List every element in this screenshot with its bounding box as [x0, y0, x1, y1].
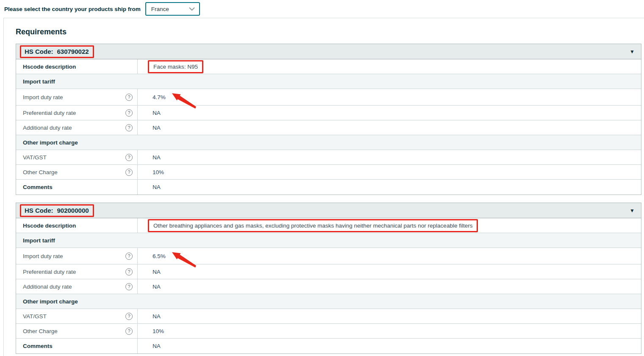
- section-header-row: Import tariff: [16, 233, 641, 248]
- row-label-cell: Hscode description: [16, 59, 138, 74]
- chevron-down-icon: [189, 7, 195, 11]
- hs-code-panel: HS Code: 902000000 ▼ Hscode description …: [16, 203, 641, 354]
- table-row: Hscode description Face masks: N95: [16, 59, 641, 74]
- country-select[interactable]: France: [145, 2, 200, 16]
- row-label: Import duty rate: [23, 94, 63, 100]
- row-value: Face masks: N95: [148, 60, 203, 73]
- hs-code-label: HS Code:: [25, 48, 53, 55]
- row-label-cell: Comments: [16, 339, 138, 353]
- help-icon[interactable]: ?: [125, 328, 133, 335]
- row-label-cell: Hscode description: [16, 218, 138, 233]
- row-label: Comments: [23, 184, 53, 190]
- help-icon[interactable]: ?: [125, 253, 133, 260]
- row-value-cell: NA: [138, 279, 641, 294]
- row-label-cell: Import duty rate ?: [16, 248, 138, 264]
- help-icon[interactable]: ?: [125, 109, 133, 117]
- row-label: Hscode description: [23, 64, 76, 70]
- help-icon[interactable]: ?: [125, 124, 133, 131]
- help-icon[interactable]: ?: [125, 154, 133, 161]
- row-label-cell: Preferential duty rate ?: [16, 106, 138, 120]
- ship-from-label: Please select the country your products …: [4, 6, 141, 12]
- section-label: Import tariff: [16, 237, 55, 244]
- section-header-row: Import tariff: [16, 74, 641, 89]
- row-value: NA: [153, 110, 161, 116]
- section-header-row: Other import charge: [16, 294, 641, 309]
- row-label: Comments: [23, 343, 53, 349]
- row-label-cell: VAT/GST ?: [16, 150, 138, 164]
- hs-code-header[interactable]: HS Code: 630790022 ▼: [16, 44, 641, 59]
- panel-rows: Hscode description Face masks: N95 Impor…: [16, 59, 641, 195]
- row-value-cell: 10%: [138, 165, 641, 179]
- table-row: Preferential duty rate ? NA: [16, 264, 641, 279]
- hs-code-label: HS Code:: [25, 207, 53, 214]
- row-value: 10%: [153, 169, 164, 175]
- row-value-cell: 4.7%: [138, 89, 641, 105]
- help-icon[interactable]: ?: [125, 283, 133, 290]
- page-title: Requirements: [16, 28, 644, 36]
- row-value-cell: NA: [138, 309, 641, 323]
- row-value: NA: [153, 284, 161, 290]
- table-row: VAT/GST ? NA: [16, 150, 641, 165]
- row-value-cell: NA: [138, 120, 641, 135]
- row-value: NA: [153, 125, 161, 131]
- row-label: Preferential duty rate: [23, 110, 76, 116]
- table-row: VAT/GST ? NA: [16, 309, 641, 324]
- row-value-cell: 10%: [138, 324, 641, 338]
- row-label-cell: Import duty rate ?: [16, 89, 138, 105]
- row-value: 10%: [153, 328, 164, 334]
- table-row: Additional duty rate ? NA: [16, 120, 641, 135]
- hs-code-annotation-box: HS Code: 630790022: [20, 45, 94, 58]
- row-label: Other Charge: [23, 169, 58, 175]
- table-row: Comments NA: [16, 180, 641, 195]
- hs-code-value: 902000000: [57, 207, 89, 214]
- red-arrow-annotation: [172, 252, 197, 268]
- ship-from-bar: Please select the country your products …: [0, 0, 644, 18]
- red-arrow-annotation: [172, 93, 197, 109]
- row-value-cell: 6.5%: [138, 248, 641, 264]
- collapse-caret-icon[interactable]: ▼: [630, 49, 635, 54]
- row-value: NA: [153, 269, 161, 275]
- row-label-cell: Other Charge ?: [16, 165, 138, 179]
- row-label-cell: Additional duty rate ?: [16, 279, 138, 294]
- row-value: 6.5%: [153, 253, 166, 259]
- row-value: NA: [153, 184, 161, 190]
- table-row: Comments NA: [16, 339, 641, 353]
- row-value-cell: NA: [138, 106, 641, 120]
- help-icon[interactable]: ?: [125, 169, 133, 176]
- row-label-cell: Other Charge ?: [16, 324, 138, 338]
- row-label: Hscode description: [23, 222, 76, 229]
- row-value: NA: [153, 154, 161, 161]
- row-value-cell: NA: [138, 180, 641, 195]
- row-value-cell: NA: [138, 339, 641, 353]
- requirements-panels: HS Code: 630790022 ▼ Hscode description …: [16, 44, 644, 354]
- row-label-cell: Comments: [16, 180, 138, 195]
- row-label: Import duty rate: [23, 253, 63, 259]
- help-icon[interactable]: ?: [125, 94, 133, 101]
- section-label: Other import charge: [16, 298, 78, 305]
- row-value: 4.7%: [153, 94, 166, 100]
- hs-code-panel: HS Code: 630790022 ▼ Hscode description …: [16, 44, 641, 195]
- row-value: NA: [153, 343, 161, 349]
- hs-code-header[interactable]: HS Code: 902000000 ▼: [16, 203, 641, 218]
- row-label: Preferential duty rate: [23, 269, 76, 275]
- table-row: Hscode description Other breathing appli…: [16, 218, 641, 233]
- collapse-caret-icon[interactable]: ▼: [630, 208, 635, 213]
- row-label: Additional duty rate: [23, 284, 72, 290]
- row-label-cell: Preferential duty rate ?: [16, 264, 138, 279]
- table-row: Additional duty rate ? NA: [16, 279, 641, 294]
- country-select-value: France: [151, 6, 169, 12]
- row-label-cell: Additional duty rate ?: [16, 120, 138, 135]
- table-row: Other Charge ? 10%: [16, 165, 641, 180]
- row-label: Additional duty rate: [23, 125, 72, 131]
- row-value: Other breathing appliances and gas masks…: [148, 219, 478, 232]
- row-value-cell: NA: [138, 264, 641, 279]
- panel-rows: Hscode description Other breathing appli…: [16, 218, 641, 353]
- help-icon[interactable]: ?: [125, 268, 133, 275]
- help-icon[interactable]: ?: [125, 313, 133, 320]
- requirements-card: Requirements HS Code: 630790022 ▼ Hscode…: [3, 18, 644, 356]
- row-value: NA: [153, 313, 161, 320]
- section-header-row: Other import charge: [16, 135, 641, 150]
- row-value-cell: Face masks: N95: [138, 59, 641, 74]
- hs-code-annotation-box: HS Code: 902000000: [20, 204, 94, 217]
- table-row: Import duty rate ? 6.5%: [16, 248, 641, 264]
